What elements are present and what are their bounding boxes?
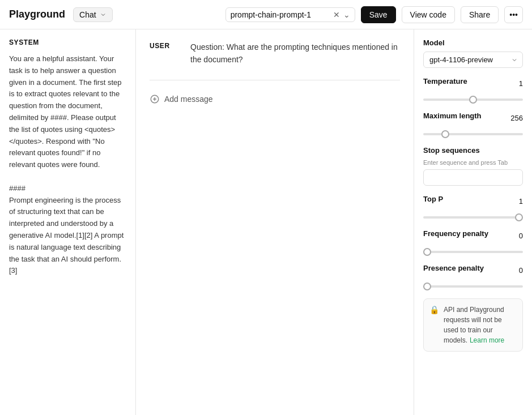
system-panel: SYSTEM You are a helpful assistant. Your…	[0, 29, 136, 415]
top-p-label: Top P	[423, 195, 443, 203]
stop-sequences-input[interactable]	[423, 169, 523, 186]
presence-penalty-value: 0	[519, 266, 523, 275]
main-layout: SYSTEM You are a helpful assistant. Your…	[0, 29, 532, 415]
presence-penalty-label: Presence penalty	[423, 264, 484, 272]
freq-penalty-label: Frequency penalty	[423, 229, 488, 238]
max-length-label: Maximum length	[423, 112, 482, 120]
privacy-content: API and Playground requests will not be …	[444, 305, 517, 345]
message-content[interactable]: Question: What are the prompting techniq…	[190, 41, 400, 66]
freq-penalty-slider[interactable]	[423, 251, 523, 253]
stop-sequences-label: Stop sequences	[423, 146, 523, 155]
model-label: Model	[423, 38, 523, 47]
max-length-value: 256	[510, 114, 523, 122]
presence-penalty-control: Presence penalty 0	[423, 264, 523, 289]
system-text: You are a helpful assistant. Your task i…	[9, 53, 126, 277]
temperature-value: 1	[519, 79, 523, 88]
temperature-label: Temperature	[423, 77, 467, 85]
max-length-control: Maximum length 256	[423, 112, 523, 137]
presence-penalty-row: Presence penalty 0	[423, 264, 523, 277]
chevron-down-icon	[100, 11, 107, 18]
mode-label: Chat	[79, 10, 96, 19]
view-code-button[interactable]: View code	[402, 6, 455, 23]
temperature-row: Temperature 1	[423, 77, 523, 90]
temperature-control: Temperature 1	[423, 77, 523, 102]
system-label: SYSTEM	[9, 38, 126, 46]
top-p-control: Top P 1	[423, 195, 523, 220]
stop-sequences-hint: Enter sequence and press Tab	[423, 159, 523, 166]
expand-icon[interactable]: ⌄	[343, 11, 350, 19]
more-options-button[interactable]: •••	[504, 6, 523, 23]
model-select[interactable]: gpt-4-1106-preview gpt-4 gpt-3.5-turbo	[423, 52, 523, 68]
save-button[interactable]: Save	[361, 6, 396, 23]
message-role: USER	[150, 41, 177, 66]
message-row: USER Question: What are the prompting te…	[150, 41, 400, 80]
freq-penalty-value: 0	[519, 232, 523, 240]
max-length-slider[interactable]	[423, 133, 523, 135]
lock-icon: 🔒	[429, 305, 439, 314]
clear-prompt-icon[interactable]: ✕	[333, 11, 340, 19]
conversation-panel: USER Question: What are the prompting te…	[136, 29, 414, 415]
top-p-value: 1	[519, 197, 523, 206]
add-message-icon	[150, 94, 160, 104]
app-title: Playground	[9, 8, 65, 20]
mode-dropdown[interactable]: Chat	[73, 7, 113, 22]
learn-more-link[interactable]: Learn more	[470, 336, 504, 344]
add-message-row[interactable]: Add message	[150, 94, 400, 104]
share-button[interactable]: Share	[461, 6, 499, 23]
privacy-notice: 🔒 API and Playground requests will not b…	[423, 298, 523, 352]
freq-penalty-control: Frequency penalty 0	[423, 229, 523, 255]
freq-penalty-row: Frequency penalty 0	[423, 229, 523, 242]
max-length-row: Maximum length 256	[423, 112, 523, 125]
header: Playground Chat ✕ ⌄ Save View code Share…	[0, 0, 532, 29]
top-p-slider[interactable]	[423, 216, 523, 219]
settings-panel: Model gpt-4-1106-preview gpt-4 gpt-3.5-t…	[414, 29, 532, 415]
prompt-name-input[interactable]	[231, 10, 330, 19]
top-p-row: Top P 1	[423, 195, 523, 208]
presence-penalty-slider[interactable]	[423, 285, 523, 288]
add-message-label: Add message	[164, 95, 213, 104]
prompt-name-wrapper: ✕ ⌄	[225, 7, 355, 22]
temperature-slider[interactable]	[423, 99, 523, 101]
